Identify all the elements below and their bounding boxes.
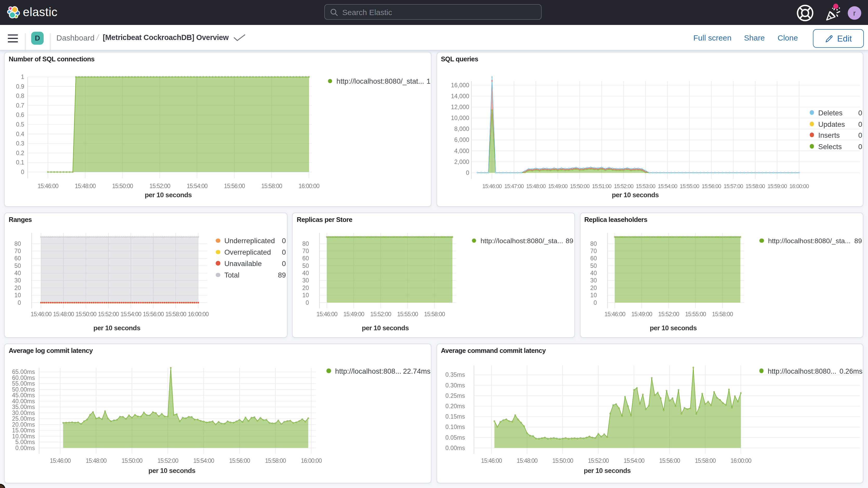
svg-text:0.1: 0.1: [16, 159, 24, 165]
svg-text:15:46:00: 15:46:00: [50, 457, 71, 464]
svg-text:15:51:00: 15:51:00: [592, 183, 612, 189]
svg-text:per 10 seconds: per 10 seconds: [612, 191, 659, 199]
svg-text:15:48:00: 15:48:00: [526, 183, 546, 189]
svg-text:55.00ms: 55.00ms: [12, 380, 35, 387]
svg-text:50: 50: [14, 262, 21, 269]
svg-text:80: 80: [14, 240, 21, 247]
svg-text:35.00ms: 35.00ms: [12, 403, 35, 410]
svg-text:30.00ms: 30.00ms: [12, 409, 35, 416]
svg-text:15:46:00: 15:46:00: [31, 310, 52, 317]
svg-text:2,000: 2,000: [454, 158, 469, 165]
svg-text:40.00ms: 40.00ms: [12, 398, 35, 404]
svg-text:5.00ms: 5.00ms: [16, 438, 35, 445]
svg-text:80: 80: [590, 240, 597, 247]
svg-text:15:58:00: 15:58:00: [695, 457, 715, 464]
svg-text:0.20ms: 0.20ms: [445, 402, 465, 409]
svg-text:15:46:00: 15:46:00: [604, 310, 625, 317]
svg-text:0.00ms: 0.00ms: [445, 444, 465, 451]
svg-text:8,000: 8,000: [454, 125, 469, 132]
svg-text:10: 10: [590, 292, 597, 298]
svg-text:65.00ms: 65.00ms: [12, 368, 35, 375]
svg-text:10: 10: [303, 292, 309, 298]
svg-text:0.7: 0.7: [16, 102, 24, 109]
svg-text:15:54:00: 15:54:00: [187, 182, 208, 189]
svg-text:15:46:00: 15:46:00: [38, 182, 59, 189]
svg-text:15:52:00: 15:52:00: [371, 310, 392, 317]
svg-text:15:48:00: 15:48:00: [516, 457, 537, 464]
svg-text:16:00:00: 16:00:00: [188, 310, 209, 317]
svg-text:15:58:00: 15:58:00: [261, 182, 282, 189]
svg-text:16:00:00: 16:00:00: [299, 182, 319, 189]
svg-text:15:56:00: 15:56:00: [229, 457, 250, 464]
svg-text:per 10 seconds: per 10 seconds: [145, 191, 192, 199]
svg-text:15:58:00: 15:58:00: [424, 310, 445, 317]
svg-text:15:52:00: 15:52:00: [98, 310, 119, 317]
svg-text:per 10 seconds: per 10 seconds: [94, 324, 141, 332]
svg-text:15:46:00: 15:46:00: [481, 457, 502, 464]
svg-text:20.00ms: 20.00ms: [12, 421, 35, 428]
svg-text:15:48:00: 15:48:00: [53, 310, 74, 317]
svg-text:15:50:00: 15:50:00: [552, 457, 573, 464]
svg-text:0: 0: [593, 299, 597, 306]
svg-text:15:56:00: 15:56:00: [143, 310, 164, 317]
svg-text:50: 50: [303, 262, 309, 269]
svg-text:15:50:00: 15:50:00: [570, 183, 590, 189]
svg-text:10: 10: [14, 292, 21, 298]
svg-text:15:58:00: 15:58:00: [745, 183, 765, 189]
svg-text:15:58:00: 15:58:00: [265, 457, 286, 464]
svg-text:15.00ms: 15.00ms: [12, 427, 35, 433]
svg-text:15:58:00: 15:58:00: [165, 310, 186, 317]
svg-text:60.00ms: 60.00ms: [12, 374, 35, 381]
svg-text:80: 80: [303, 240, 309, 247]
svg-text:0: 0: [21, 169, 24, 175]
svg-text:60: 60: [590, 255, 597, 262]
svg-text:15:56:00: 15:56:00: [659, 457, 680, 464]
svg-text:15:49:00: 15:49:00: [631, 310, 652, 317]
svg-text:15:57:00: 15:57:00: [723, 183, 743, 189]
svg-text:15:54:00: 15:54:00: [623, 457, 644, 464]
svg-text:15:52:00: 15:52:00: [658, 310, 679, 317]
svg-text:per 10 seconds: per 10 seconds: [649, 324, 696, 332]
svg-text:15:50:00: 15:50:00: [75, 310, 96, 317]
svg-text:20: 20: [14, 284, 21, 291]
svg-text:15:46:00: 15:46:00: [482, 183, 502, 189]
svg-text:15:56:00: 15:56:00: [702, 183, 721, 189]
svg-text:1: 1: [21, 73, 24, 80]
svg-text:40: 40: [303, 270, 309, 276]
svg-text:0.35ms: 0.35ms: [445, 371, 465, 378]
svg-text:70: 70: [590, 247, 597, 254]
svg-text:0.15ms: 0.15ms: [445, 413, 465, 420]
svg-text:0.2: 0.2: [16, 149, 24, 156]
svg-text:0.25ms: 0.25ms: [445, 392, 465, 399]
svg-text:50: 50: [590, 262, 597, 269]
svg-text:15:48:00: 15:48:00: [86, 457, 106, 464]
svg-text:10.00ms: 10.00ms: [12, 433, 35, 439]
svg-text:15:47:00: 15:47:00: [504, 183, 524, 189]
svg-text:15:54:00: 15:54:00: [121, 310, 142, 317]
svg-text:12,000: 12,000: [451, 103, 469, 110]
svg-text:45.00ms: 45.00ms: [12, 392, 35, 398]
svg-text:0: 0: [18, 299, 21, 306]
svg-text:0.00ms: 0.00ms: [16, 444, 35, 451]
svg-text:per 10 seconds: per 10 seconds: [362, 324, 409, 332]
svg-text:15:56:00: 15:56:00: [224, 182, 245, 189]
svg-text:0.30ms: 0.30ms: [445, 382, 465, 389]
svg-text:25.00ms: 25.00ms: [12, 415, 35, 422]
svg-text:15:54:00: 15:54:00: [193, 457, 214, 464]
svg-text:40: 40: [590, 270, 597, 276]
svg-text:60: 60: [303, 255, 309, 262]
svg-text:0.6: 0.6: [16, 111, 24, 118]
svg-text:0: 0: [306, 299, 309, 306]
svg-text:50.00ms: 50.00ms: [12, 386, 35, 393]
svg-text:15:55:00: 15:55:00: [680, 183, 699, 189]
svg-text:30: 30: [14, 277, 21, 284]
svg-text:14,000: 14,000: [451, 92, 469, 99]
svg-text:15:48:00: 15:48:00: [75, 182, 96, 189]
svg-text:15:52:00: 15:52:00: [614, 183, 633, 189]
svg-text:10,000: 10,000: [451, 114, 469, 121]
svg-text:16,000: 16,000: [451, 82, 469, 88]
svg-text:15:54:00: 15:54:00: [658, 183, 678, 189]
svg-text:per 10 seconds: per 10 seconds: [584, 466, 631, 474]
svg-text:16:00:00: 16:00:00: [301, 457, 322, 464]
svg-text:0.4: 0.4: [16, 130, 24, 137]
